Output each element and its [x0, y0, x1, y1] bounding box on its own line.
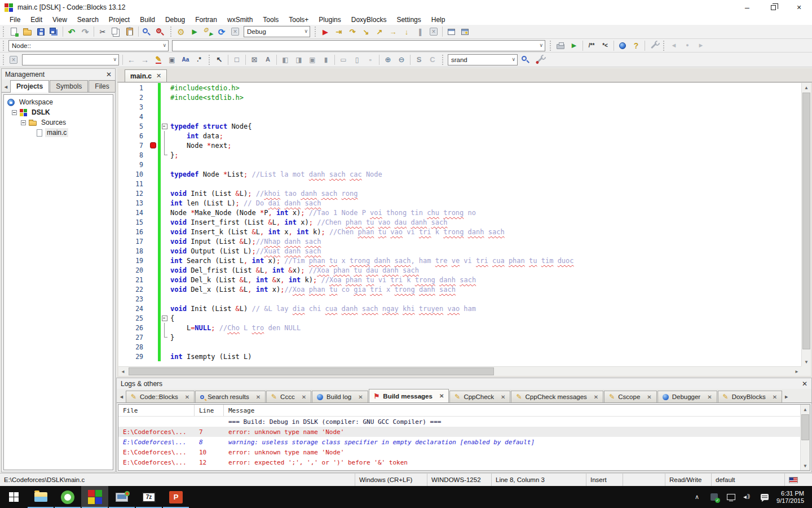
search-back-button[interactable]: ←: [125, 54, 138, 66]
breakpoint-margin[interactable]: [149, 313, 158, 323]
log-tab-cccc[interactable]: ✎Cccc✕: [266, 391, 311, 402]
debug-continue-button[interactable]: ▶: [319, 25, 332, 38]
minimize-button[interactable]: –: [734, 0, 760, 15]
breakpoint-margin[interactable]: [149, 227, 158, 237]
menu-tools-[interactable]: Tools+: [284, 15, 314, 24]
menu-search[interactable]: Search: [72, 15, 104, 24]
restore-button[interactable]: [760, 0, 786, 15]
line-number[interactable]: 8: [118, 151, 149, 159]
code-area[interactable]: 1#include<stdio.h>2#include<stdlib.h>345…: [118, 83, 801, 366]
editor-vertical-scrollbar[interactable]: ▲ ▼: [801, 83, 811, 366]
breakpoint-margin[interactable]: [149, 83, 158, 93]
tree-item-main-c[interactable]: main.c: [4, 128, 113, 138]
line-number[interactable]: 22: [118, 286, 149, 294]
browse-marker-button[interactable]: ●: [681, 40, 694, 52]
log-tab-close-icon[interactable]: ✕: [302, 394, 306, 400]
tab-scroll-left-icon[interactable]: ◄: [3, 84, 10, 92]
various-info-button[interactable]: [458, 25, 471, 38]
tray-network-icon[interactable]: [726, 486, 736, 508]
line-number[interactable]: 18: [118, 247, 149, 255]
line-number[interactable]: 23: [118, 295, 149, 303]
breakpoint-margin[interactable]: [149, 198, 158, 208]
menu-tools[interactable]: Tools: [258, 15, 284, 24]
stop-debugger-button[interactable]: ×: [427, 25, 440, 38]
editor-horizontal-scrollbar[interactable]: ◄ ►: [118, 366, 801, 376]
tray-notifications-icon[interactable]: [760, 486, 770, 508]
border-panel-tool-button[interactable]: ▯: [350, 54, 364, 66]
replace-button[interactable]: [154, 25, 167, 38]
menu-wxsmith[interactable]: wxSmith: [222, 15, 258, 24]
scroll-down-icon[interactable]: ▼: [802, 357, 811, 366]
new-file-button[interactable]: [7, 25, 20, 38]
log-tab-close-icon[interactable]: ✕: [358, 394, 363, 400]
line-number[interactable]: 17: [118, 238, 149, 246]
doxy-block-comment-button[interactable]: /**: [585, 40, 598, 52]
log-tab-scroll-left-icon[interactable]: ◄: [118, 394, 126, 402]
scroll-up-icon[interactable]: ▲: [801, 405, 810, 414]
breakpoint-margin[interactable]: [149, 208, 158, 217]
symbol-settings-button[interactable]: [533, 54, 546, 66]
line-number[interactable]: 20: [118, 266, 149, 274]
log-tab-cscope[interactable]: ✎Cscope✕: [604, 391, 656, 402]
breakpoint-margin[interactable]: [149, 246, 158, 256]
line-number[interactable]: 27: [118, 334, 149, 341]
breakpoint-margin[interactable]: [149, 131, 158, 141]
breakpoint-margin[interactable]: [149, 121, 158, 131]
logs-vertical-scrollbar[interactable]: ▲ ▼: [800, 405, 810, 470]
save-all-button[interactable]: [47, 25, 61, 38]
log-tab-close-icon[interactable]: ✕: [256, 394, 261, 400]
zoom-out-button[interactable]: ⊖: [395, 54, 408, 66]
clear-search-button[interactable]: ×: [7, 54, 20, 66]
build-message-row[interactable]: E:\Codeforces\...10error: unknown type n…: [118, 447, 810, 457]
taskbar-file-explorer[interactable]: [27, 486, 54, 508]
line-number[interactable]: 29: [118, 353, 149, 361]
jump-s-button[interactable]: S: [412, 54, 426, 66]
breakpoint-margin[interactable]: [149, 275, 158, 284]
match-case-button[interactable]: Aa: [179, 54, 192, 66]
start-button[interactable]: [0, 486, 27, 508]
tree-item-dslk[interactable]: DSLK: [4, 107, 113, 117]
breakpoint-icon[interactable]: [150, 142, 156, 148]
log-tab-close-icon[interactable]: ✕: [773, 394, 777, 400]
doxy-wizard-button[interactable]: ▶: [567, 40, 581, 52]
tree-item-sources[interactable]: Sources: [4, 117, 113, 128]
build-message-row[interactable]: === Build: Debug in DSLK (compiler: GNU …: [118, 417, 810, 427]
build-message-row[interactable]: E:\Codeforces\...12error: expected ';', …: [118, 457, 810, 467]
tray-expand-icon[interactable]: ∧: [692, 486, 702, 508]
zoom-in-button[interactable]: ⊕: [381, 54, 395, 66]
debugging-windows-button[interactable]: [444, 25, 458, 38]
line-number[interactable]: 12: [118, 190, 149, 198]
logs-scroll-thumb[interactable]: [801, 414, 809, 440]
step-into-instruction-button[interactable]: ↓: [400, 25, 413, 38]
menu-file[interactable]: File: [5, 15, 25, 24]
fold-open-icon[interactable]: [161, 121, 169, 131]
log-tab-debugger[interactable]: Debugger✕: [657, 391, 717, 402]
management-tab-files[interactable]: Files: [89, 80, 115, 92]
log-tab-search-results[interactable]: Search results✕: [195, 391, 266, 402]
scroll-left-icon[interactable]: ◄: [118, 367, 127, 376]
taskbar-setup-tool[interactable]: [108, 486, 135, 508]
fold-mid-icon[interactable]: [161, 323, 169, 332]
menu-fortran[interactable]: Fortran: [190, 15, 222, 24]
line-number[interactable]: 4: [118, 113, 149, 121]
scroll-right-icon[interactable]: ►: [792, 367, 801, 376]
management-tab-projects[interactable]: Projects: [10, 80, 49, 93]
fold-open-icon[interactable]: [161, 313, 169, 323]
find-button[interactable]: [140, 25, 154, 38]
line-number[interactable]: 26: [118, 324, 149, 332]
breakpoint-margin[interactable]: [149, 265, 158, 275]
scroll-down-icon[interactable]: ▼: [801, 461, 810, 470]
open-file-button[interactable]: [20, 25, 34, 38]
step-out-button[interactable]: ↗: [373, 25, 386, 38]
breakpoint-margin[interactable]: [149, 93, 158, 102]
menu-settings[interactable]: Settings: [391, 15, 426, 24]
doxy-settings-button[interactable]: [647, 40, 660, 52]
find-symbol-button[interactable]: [519, 54, 533, 66]
taskbar-coccoc-browser[interactable]: [54, 486, 81, 508]
line-number[interactable]: 10: [118, 170, 149, 178]
line-number[interactable]: 15: [118, 218, 149, 226]
menu-build[interactable]: Build: [135, 15, 160, 24]
frame-tool-button[interactable]: □: [230, 54, 244, 66]
log-tab-close-icon[interactable]: ✕: [501, 394, 505, 400]
log-tab-cppcheck-messages[interactable]: ✎CppCheck messages✕: [511, 391, 603, 402]
